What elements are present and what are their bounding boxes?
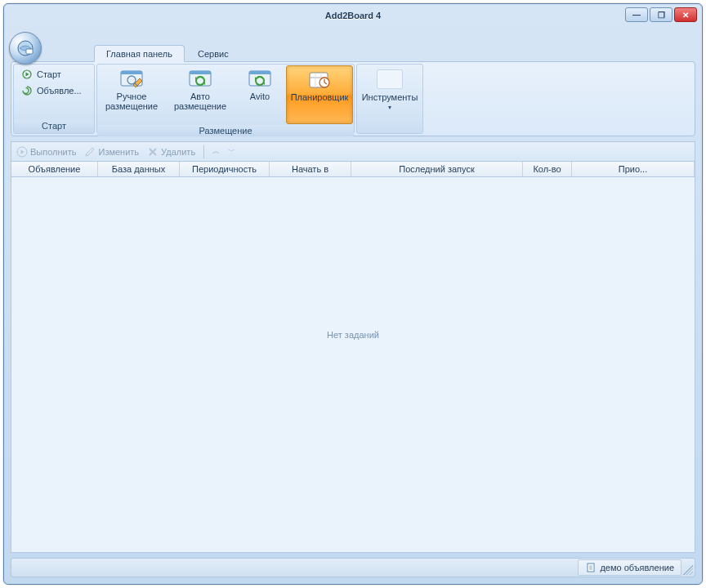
ribbon-tabs: Главная панель Сервис [48, 42, 702, 61]
scheduler-label: Планировщик [291, 92, 349, 102]
statusbar: демо объявление [11, 558, 695, 577]
x-icon [147, 146, 159, 158]
col-last-run[interactable]: Последний запуск [351, 162, 523, 176]
status-demo-label: демо объявление [600, 563, 674, 572]
manual-label: Ручное размещение [105, 91, 158, 111]
ribbon-group-placement: Ручное размещение Авто размещение Avito [96, 64, 355, 134]
window-title: Add2Board 4 [325, 11, 381, 20]
toolbar-separator [203, 145, 204, 158]
tab-service[interactable]: Сервис [186, 46, 240, 61]
start-button[interactable]: Старт [17, 66, 83, 82]
close-button[interactable]: ✕ [674, 7, 697, 22]
up-arrow-button[interactable]: ︿ [212, 146, 220, 157]
start-label: Старт [37, 69, 61, 79]
delete-label: Удалить [161, 147, 195, 157]
tools-label: Инструменты [362, 92, 418, 102]
app-window: Add2Board 4 — ❐ ✕ Главная панель Сервис [3, 3, 703, 585]
execute-label: Выполнить [30, 147, 76, 157]
col-db[interactable]: База данных [98, 162, 180, 176]
tools-dropdown[interactable]: Инструменты ▾ [359, 66, 421, 125]
minimize-button[interactable]: — [625, 7, 648, 22]
col-period[interactable]: Периодичность [180, 162, 270, 176]
scheduler-toolbar: Выполнить Изменить Удалить ︿ ﹀ [11, 141, 695, 161]
play-circle-icon [16, 146, 28, 158]
ads-label: Объявле... [37, 86, 82, 96]
play-icon [20, 68, 34, 81]
spiral-icon [20, 84, 34, 97]
grid-body[interactable]: Нет заданий [11, 177, 695, 553]
svg-rect-1 [26, 49, 33, 54]
avito-button[interactable]: Avito [235, 65, 284, 124]
ads-button[interactable]: Объявле... [17, 82, 83, 99]
col-priority[interactable]: Прио... [572, 162, 695, 176]
avito-icon [247, 69, 273, 90]
ribbon-group-start: Старт Объявле... Старт [13, 64, 95, 134]
ribbon-group-tools: Инструменты ▾ [356, 64, 423, 134]
status-demo-ad[interactable]: демо объявление [578, 559, 681, 576]
titlebar: Add2Board 4 — ❐ ✕ [4, 4, 702, 27]
grid-header: Объявление База данных Периодичность Нач… [11, 161, 695, 177]
manual-placement-button[interactable]: Ручное размещение [98, 65, 165, 124]
tab-main-panel[interactable]: Главная панель [94, 45, 185, 62]
manual-icon [118, 69, 145, 90]
app-menu-orb[interactable] [9, 32, 42, 65]
avito-label: Avito [250, 91, 270, 101]
col-ad[interactable]: Объявление [11, 162, 98, 176]
auto-icon [187, 69, 213, 90]
empty-message: Нет заданий [327, 330, 379, 340]
svg-rect-4 [121, 71, 142, 74]
group-placement-label: Размещение [97, 125, 354, 136]
svg-rect-10 [249, 71, 270, 74]
scheduler-button[interactable]: Планировщик [286, 65, 353, 124]
edit-button[interactable]: Изменить [84, 146, 139, 158]
col-start-at[interactable]: Начать в [270, 162, 351, 176]
execute-button[interactable]: Выполнить [16, 146, 76, 158]
document-icon [585, 562, 597, 573]
edit-label: Изменить [98, 147, 139, 157]
resize-grip[interactable] [683, 565, 693, 575]
ribbon: Старт Объявле... Старт [11, 61, 695, 136]
group-start-label: Старт [14, 120, 94, 133]
app-icon [16, 38, 35, 58]
auto-label: Авто размещение [174, 91, 226, 111]
tools-icon [377, 69, 403, 89]
auto-placement-button[interactable]: Авто размещение [167, 65, 234, 124]
svg-rect-8 [190, 71, 211, 74]
delete-button[interactable]: Удалить [147, 146, 195, 158]
col-count[interactable]: Кол-во [523, 162, 572, 176]
maximize-button[interactable]: ❐ [650, 7, 672, 22]
scheduler-icon [306, 69, 333, 91]
pencil-icon [84, 146, 96, 158]
chevron-down-icon: ▾ [388, 104, 391, 111]
window-controls: — ❐ ✕ [625, 7, 697, 22]
down-arrow-button[interactable]: ﹀ [228, 146, 235, 157]
